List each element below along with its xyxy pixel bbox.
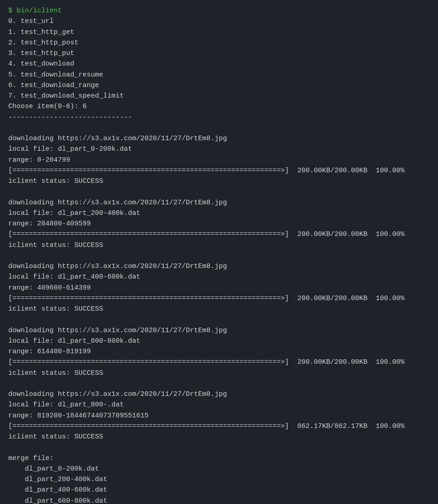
dl3-progress-line: [=======================================… <box>8 293 430 304</box>
merge-label: merge file: <box>8 453 430 464</box>
dl5-size: 862.17KB/862.17KB <box>297 422 367 430</box>
dl5-url: downloading https://s3.ax1x.com/2020/11/… <box>8 389 430 400</box>
dl3-status: iclient status: SUCCESS <box>8 304 430 314</box>
dl5-status: iclient status: SUCCESS <box>8 432 430 442</box>
blank-1 <box>8 123 430 133</box>
menu-item-4: 4. test_download <box>8 59 430 69</box>
blank-4 <box>8 314 430 325</box>
dl1-progress-bar: [=======================================… <box>8 167 289 175</box>
dl4-status: iclient status: SUCCESS <box>8 368 430 378</box>
dl4-progress-line: [=======================================… <box>8 357 430 367</box>
dl5-percent: 100.00% <box>376 422 405 430</box>
dl2-range: range: 204800-409599 <box>8 219 430 229</box>
menu-item-2: 2. test_http_post <box>8 38 430 48</box>
merge-file-2: dl_part_400-600k.dat <box>8 485 430 495</box>
dl3-size: 200.00KB/200.00KB <box>297 295 367 302</box>
dl5-progress-line: [=======================================… <box>8 421 430 432</box>
dl4-url: downloading https://s3.ax1x.com/2020/11/… <box>8 325 430 336</box>
dl5-range: range: 819200-18446744073709551615 <box>8 411 430 421</box>
dl1-progress-line: [=======================================… <box>8 165 430 176</box>
separator-line: ------------------------------ <box>8 112 430 123</box>
choose-line: Choose item(0-6): 6 <box>8 101 430 112</box>
merge-file-3: dl_part_600-800k.dat <box>8 496 430 504</box>
menu-item-0: 0. test_url <box>8 16 430 27</box>
dl1-status: iclient status: SUCCESS <box>8 176 430 186</box>
blank-6 <box>8 442 430 453</box>
dl5-local: local file: dl_part_800-.dat <box>8 400 430 410</box>
dl2-progress-bar: [=======================================… <box>8 230 289 238</box>
dl1-local: local file: dl_part_0-200k.dat <box>8 144 430 154</box>
blank-3 <box>8 251 430 261</box>
dl5-progress-bar: [=======================================… <box>8 422 289 430</box>
dl4-percent: 100.00% <box>376 358 405 366</box>
dl3-local: local file: dl_part_400-600k.dat <box>8 272 430 282</box>
dl1-percent: 100.00% <box>376 167 405 175</box>
menu-item-5: 5. test_download_resume <box>8 70 430 80</box>
blank-2 <box>8 186 430 197</box>
dl4-local: local file: dl_part_600-800k.dat <box>8 336 430 346</box>
merge-file-1: dl_part_200-400k.dat <box>8 474 430 485</box>
blank-5 <box>8 378 430 389</box>
dl1-url: downloading https://s3.ax1x.com/2020/11/… <box>8 133 430 144</box>
prompt-line: $ bin/iclient <box>8 5 430 16</box>
dl2-status: iclient status: SUCCESS <box>8 240 430 251</box>
dl1-range: range: 0-204799 <box>8 155 430 165</box>
dl3-percent: 100.00% <box>376 295 405 302</box>
menu-item-3: 3. test_http_put <box>8 48 430 59</box>
merge-file-0: dl_part_0-200k.dat <box>8 464 430 474</box>
dl3-url: downloading https://s3.ax1x.com/2020/11/… <box>8 261 430 272</box>
menu-item-7: 7. test_download_speed_limit <box>8 91 430 101</box>
dl2-progress-line: [=======================================… <box>8 229 430 240</box>
dl4-progress-bar: [=======================================… <box>8 358 289 366</box>
dl2-percent: 100.00% <box>376 230 405 238</box>
dl2-local: local file: dl_part_200-400k.dat <box>8 208 430 219</box>
dl4-size: 200.00KB/200.00KB <box>297 358 367 366</box>
dl3-range: range: 409600-614399 <box>8 283 430 293</box>
menu-list: 0. test_url 1. test_http_get 2. test_htt… <box>8 16 430 101</box>
dl2-url: downloading https://s3.ax1x.com/2020/11/… <box>8 197 430 208</box>
menu-item-1: 1. test_http_get <box>8 27 430 38</box>
dl4-range: range: 614400-819199 <box>8 346 430 357</box>
dl1-size: 200.00KB/200.00KB <box>297 167 367 175</box>
menu-item-6: 6. test_download_range <box>8 80 430 91</box>
dl3-progress-bar: [=======================================… <box>8 295 289 302</box>
dl2-size: 200.00KB/200.00KB <box>297 230 367 238</box>
